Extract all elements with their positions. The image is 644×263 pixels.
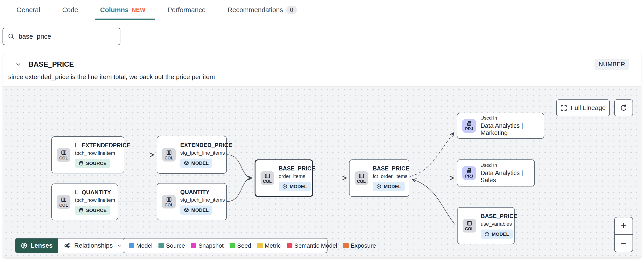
legend-item-metric: Metric xyxy=(257,242,281,249)
tab-performance[interactable]: Performance xyxy=(168,0,206,20)
node-title: L_EXTENDEDPRICE xyxy=(75,142,130,149)
node-title: BASE_PRICE xyxy=(373,165,410,172)
legend-swatch xyxy=(129,243,134,248)
lineage-node-used-in-sales[interactable]: PRJ Used In Data Analytics | Sales xyxy=(457,159,535,187)
search-input[interactable] xyxy=(18,33,115,40)
tab-code[interactable]: Code xyxy=(62,0,78,20)
column-type-badge: NUMBER xyxy=(594,59,629,70)
lineage-node-extended-price[interactable]: COL EXTENDED_PRICE stg_tpch_line_items M… xyxy=(157,136,227,174)
cube-icon xyxy=(282,184,287,189)
lineage-legend: Model Source Snapshot Seed Metric Semant… xyxy=(123,238,328,253)
legend-swatch xyxy=(287,243,292,248)
zoom-in-button[interactable]: + xyxy=(615,217,632,235)
legend-label: Source xyxy=(166,242,185,249)
node-subtitle: order_items xyxy=(279,173,305,179)
cube-icon xyxy=(184,208,189,213)
node-title: EXTENDED_PRICE xyxy=(180,142,232,148)
badge-label: MODEL xyxy=(384,184,401,189)
columns-icon xyxy=(166,150,172,156)
project-chip: PRJ xyxy=(462,119,476,133)
zoom-control: + − xyxy=(614,217,633,252)
lenses-button[interactable]: Lenses xyxy=(15,239,58,253)
node-title: BASE_PRICE xyxy=(279,165,315,172)
legend-label: Metric xyxy=(265,242,281,249)
new-badge: NEW xyxy=(132,7,146,13)
legend-label: Model xyxy=(136,242,152,249)
legend-swatch xyxy=(257,243,262,248)
tab-performance-label: Performance xyxy=(168,6,206,14)
node-title: L_QUANTITY xyxy=(75,189,111,196)
lineage-node-quantity[interactable]: COL QUANTITY stg_tpch_line_items MODEL xyxy=(157,183,227,220)
node-subtitle: use_variables xyxy=(481,221,512,227)
node-subtitle: tpch_now.lineitem xyxy=(75,150,115,156)
tab-recommendations-label: Recommendations xyxy=(228,6,283,14)
legend-item-exposure: Exposure xyxy=(343,242,376,249)
zoom-out-button[interactable]: − xyxy=(615,235,632,252)
lineage-node-used-in-marketing[interactable]: PRJ Used In Data Analytics | Marketing xyxy=(457,113,544,139)
node-subtitle: stg_tpch_line_items xyxy=(180,197,225,203)
chip-label: COL xyxy=(60,203,68,207)
project-icon xyxy=(466,168,472,174)
legend-item-snapshot: Snapshot xyxy=(191,242,224,249)
lineage-node-base-price-fct-order-items[interactable]: COL BASE_PRICE fct_order_items MODEL xyxy=(349,159,410,197)
aperture-icon xyxy=(21,242,28,249)
relationships-icon xyxy=(64,242,71,249)
model-badge: MODEL xyxy=(481,230,513,239)
legend-item-model: Model xyxy=(129,242,152,249)
badge-label: MODEL xyxy=(191,160,209,166)
full-lineage-button[interactable]: Full Lineage xyxy=(556,99,610,116)
project-chip: PRJ xyxy=(462,166,476,180)
tab-columns[interactable]: Columns NEW xyxy=(100,0,146,20)
model-badge: MODEL xyxy=(373,182,405,191)
lenses-toolbar: Lenses Relationships xyxy=(15,238,129,253)
relationships-dropdown[interactable]: Relationships xyxy=(58,239,128,253)
chevron-down-icon xyxy=(116,243,122,249)
lineage-node-base-price-use-variables[interactable]: COL BASE_PRICE use_variables MODEL xyxy=(457,207,515,244)
lenses-label: Lenses xyxy=(30,242,53,249)
columns-icon xyxy=(61,197,67,203)
legend-label: Exposure xyxy=(351,242,376,249)
source-badge: SOURCE xyxy=(75,159,110,168)
chip-label: COL xyxy=(465,227,474,231)
expand-corners-icon xyxy=(560,104,567,111)
legend-item-seed: Seed xyxy=(230,242,251,249)
legend-item-semantic-model: Semantic Model xyxy=(287,242,337,249)
tab-recommendations[interactable]: Recommendations 0 xyxy=(228,0,297,20)
columns-icon xyxy=(358,173,364,179)
node-subtitle: fct_order_items xyxy=(373,173,408,179)
legend-label: Semantic Model xyxy=(294,242,337,249)
lineage-canvas[interactable]: COL L_EXTENDEDPRICE tpch_now.lineitem SO… xyxy=(3,86,641,258)
column-name: BASE_PRICE xyxy=(28,60,74,68)
column-chip: COL xyxy=(462,219,476,233)
database-icon xyxy=(79,208,84,213)
badge-label: SOURCE xyxy=(86,208,107,213)
tab-code-label: Code xyxy=(62,6,78,14)
column-search[interactable] xyxy=(2,28,120,45)
lineage-node-base-price-order-items[interactable]: COL BASE_PRICE order_items MODEL xyxy=(254,159,313,197)
model-badge: MODEL xyxy=(279,182,311,191)
legend-swatch xyxy=(343,243,348,248)
chip-label: PRJ xyxy=(465,174,473,178)
tab-general[interactable]: General xyxy=(16,0,40,20)
full-lineage-label: Full Lineage xyxy=(570,104,606,112)
columns-icon xyxy=(166,197,172,203)
refresh-icon xyxy=(620,104,628,112)
chip-label: COL xyxy=(165,156,174,160)
chip-label: COL xyxy=(263,179,272,184)
relationships-label: Relationships xyxy=(74,242,113,249)
tab-columns-label: Columns xyxy=(100,6,129,14)
columns-icon xyxy=(61,150,67,156)
lineage-node-l-quantity[interactable]: COL L_QUANTITY tpch_now.lineitem SOURCE xyxy=(51,184,118,220)
legend-label: Seed xyxy=(237,242,251,249)
legend-item-source: Source xyxy=(158,242,185,249)
node-title: Data Analytics | Marketing xyxy=(480,122,539,137)
recommendations-count-badge: 0 xyxy=(286,6,297,14)
chevron-down-icon[interactable] xyxy=(15,61,22,68)
column-card-header[interactable]: BASE_PRICE NUMBER xyxy=(3,53,641,70)
model-badge: MODEL xyxy=(180,206,212,215)
node-title: BASE_PRICE xyxy=(481,213,518,220)
lineage-node-l-extendedprice[interactable]: COL L_EXTENDEDPRICE tpch_now.lineitem SO… xyxy=(51,136,124,173)
badge-label: MODEL xyxy=(290,184,307,189)
column-chip: COL xyxy=(260,171,274,185)
refresh-button[interactable] xyxy=(614,99,633,116)
